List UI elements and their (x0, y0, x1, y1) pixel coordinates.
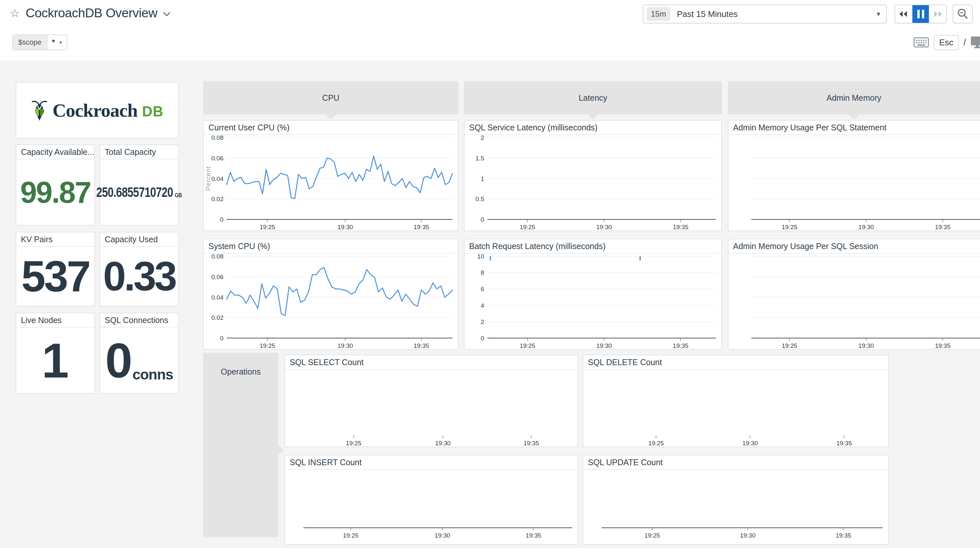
chart-plot[interactable]: 19:2519:3019:35 (583, 470, 888, 544)
group-header-operations[interactable]: Operations (203, 353, 278, 537)
svg-text:0.08: 0.08 (212, 254, 223, 260)
svg-text:0.02: 0.02 (212, 314, 223, 321)
group-header-latency[interactable]: Latency (464, 81, 722, 114)
chart-plot[interactable]: 21.510.5019:2519:3019:35 (465, 135, 721, 230)
time-range-label: Past 15 Minutes (677, 9, 738, 19)
stat-value: 537 (21, 254, 89, 298)
chart-title: SQL Service Latency (milliseconds) (465, 121, 721, 135)
chart-card-current-user-cpu[interactable]: Current User CPU (%) 0.080.060.040.02019… (203, 120, 458, 231)
svg-text:19:25: 19:25 (260, 224, 275, 230)
favorite-star-icon[interactable]: ☆ (10, 6, 19, 19)
chart-card-sql-service-latency[interactable]: SQL Service Latency (milliseconds) 21.51… (464, 120, 722, 231)
chart-card-sql-insert-count[interactable]: SQL INSERT Count 19:2519:3019:35 (285, 455, 578, 545)
svg-text:19:35: 19:35 (414, 224, 430, 230)
keyboard-icon[interactable] (913, 37, 929, 48)
svg-text:1: 1 (480, 175, 484, 182)
svg-text:0.06: 0.06 (212, 273, 223, 280)
svg-text:19:30: 19:30 (597, 224, 612, 230)
stat-value: 250.6855710720 GB (96, 186, 182, 199)
stat-value: 0 conns (105, 336, 173, 385)
svg-text:0: 0 (220, 335, 223, 342)
stat-label: Capacity Used (100, 232, 178, 247)
playback-controls (894, 5, 947, 24)
group-notch (278, 445, 284, 456)
group-header-cpu[interactable]: CPU (203, 81, 458, 114)
svg-text:19:30: 19:30 (434, 532, 450, 539)
svg-text:19:25: 19:25 (346, 440, 361, 446)
dashboard-page: ☆ CockroachDB Overview 15m Past 15 Minut… (0, 0, 980, 548)
pause-button[interactable] (912, 5, 929, 23)
chart-title: SQL SELECT Count (285, 355, 578, 370)
dashboard-title-row: ☆ CockroachDB Overview (10, 3, 170, 24)
template-variable-name: $scope (13, 35, 47, 49)
svg-text:0.08: 0.08 (212, 135, 223, 141)
chart-card-sql-delete-count[interactable]: SQL DELETE Count 19:2519:3019:35 (583, 355, 889, 447)
time-range-selector[interactable]: 15m Past 15 Minutes ▾ (643, 5, 887, 24)
chart-plot[interactable]: 19:2519:3019:35 (285, 470, 578, 544)
cockroachdb-logo-card: Cockroach DB (16, 82, 179, 138)
time-range-caret-icon: ▾ (877, 10, 880, 18)
scope-caret-icon: ▾ (59, 40, 62, 45)
svg-text:19:30: 19:30 (740, 532, 756, 539)
svg-text:0: 0 (480, 335, 484, 342)
svg-text:19:25: 19:25 (260, 342, 275, 349)
chart-card-sql-select-count[interactable]: SQL SELECT Count 19:2519:3019:35 (285, 355, 578, 447)
svg-text:19:35: 19:35 (837, 440, 852, 446)
stat-label: SQL Connections (100, 313, 178, 328)
chart-plot[interactable]: 108642019:2519:3019:35 (465, 254, 721, 349)
svg-text:19:30: 19:30 (742, 440, 758, 446)
stat-label: KV Pairs (16, 232, 94, 247)
chart-plot[interactable]: 19:2519:3019:35 (729, 135, 980, 230)
zoom-out-button[interactable] (953, 5, 973, 24)
chart-title: System CPU (%) (204, 239, 458, 254)
title-chevron-down-icon[interactable] (163, 12, 170, 17)
svg-text:19:25: 19:25 (644, 532, 660, 539)
svg-text:19:30: 19:30 (597, 342, 612, 349)
logo-suffix: DB (142, 103, 164, 120)
chart-plot[interactable]: 0.080.060.040.02019:2519:3019:35Percent (204, 135, 458, 230)
svg-text:6: 6 (480, 286, 484, 292)
stat-card-kv-pairs[interactable]: KV Pairs 537 (16, 232, 95, 307)
forward-button[interactable] (929, 5, 946, 23)
stat-card-capacity-used[interactable]: Capacity Used 0.33 (100, 232, 179, 307)
template-variable-value-wrap: * ▾ (47, 35, 67, 49)
svg-text:19:30: 19:30 (338, 224, 353, 230)
svg-text:4: 4 (480, 302, 484, 309)
svg-text:19:35: 19:35 (526, 532, 541, 539)
group-header-admin-memory[interactable]: Admin Memory (728, 81, 980, 114)
stat-card-sql-connections[interactable]: SQL Connections 0 conns (100, 313, 179, 394)
group-title: CPU (322, 93, 340, 103)
stat-unit: conns (132, 367, 173, 382)
logo-wordmark: Cockroach (52, 99, 138, 121)
group-notch (848, 114, 860, 119)
template-variable-scope[interactable]: $scope * ▾ (13, 35, 67, 50)
svg-text:19:25: 19:25 (648, 440, 664, 446)
chart-title: Current User CPU (%) (204, 121, 458, 135)
stat-value: 1 (42, 336, 69, 385)
svg-text:0.06: 0.06 (212, 155, 223, 162)
stat-unit: GB (175, 192, 182, 198)
svg-text:8: 8 (480, 269, 484, 276)
chart-plot[interactable]: 19:2519:3019:35 (583, 370, 888, 446)
chart-card-sql-update-count[interactable]: SQL UPDATE Count 19:2519:3019:35 (583, 455, 889, 545)
group-notch (587, 114, 599, 119)
svg-text:19:25: 19:25 (343, 532, 358, 539)
svg-text:2: 2 (480, 135, 484, 141)
stat-label: Total Capacity (100, 145, 178, 159)
stat-card-total-capacity[interactable]: Total Capacity 250.6855710720 GB (100, 145, 179, 226)
chart-card-admin-memory-session[interactable]: Admin Memory Usage Per SQL Session 19:25… (728, 238, 980, 350)
svg-text:19:25: 19:25 (782, 342, 797, 349)
svg-text:2: 2 (480, 319, 484, 326)
template-variable-value: * (52, 38, 55, 47)
rewind-button[interactable] (895, 5, 912, 23)
tv-mode-icon[interactable] (970, 36, 980, 49)
chart-card-system-cpu[interactable]: System CPU (%) 0.080.060.040.02019:2519:… (203, 238, 458, 350)
chart-card-admin-memory-statement[interactable]: Admin Memory Usage Per SQL Statement 19:… (728, 120, 980, 231)
stat-card-capacity-available[interactable]: Capacity Available... 99.87 (16, 145, 95, 226)
chart-plot[interactable]: 19:2519:3019:35 (285, 370, 578, 446)
chart-plot[interactable]: 0.080.060.040.02019:2519:3019:35 (204, 254, 458, 349)
chart-card-batch-request-latency[interactable]: Batch Request Latency (milliseconds) 108… (464, 238, 722, 350)
svg-text:0: 0 (480, 216, 484, 223)
chart-plot[interactable]: 19:2519:3019:35 (729, 254, 980, 349)
stat-card-live-nodes[interactable]: Live Nodes 1 (16, 313, 95, 394)
